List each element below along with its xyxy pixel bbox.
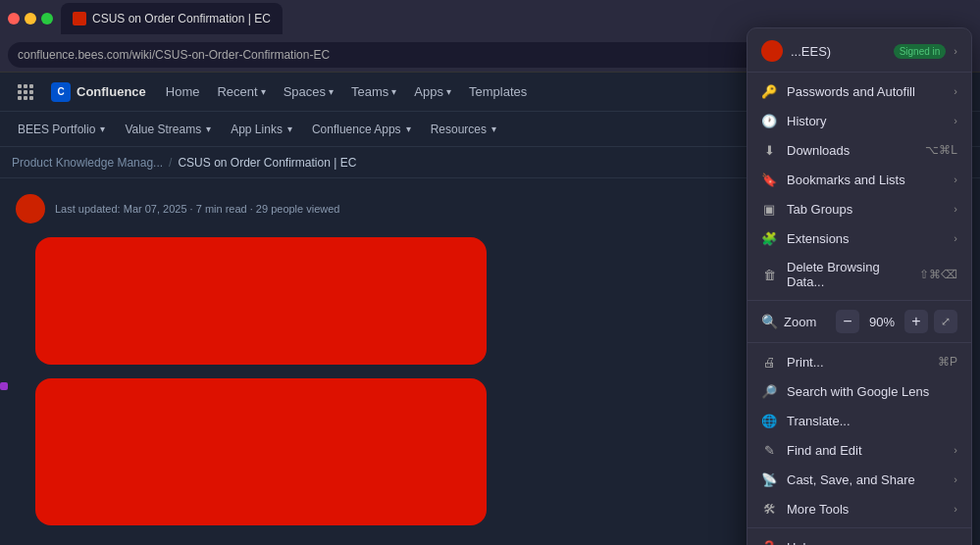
subnav-confluence-apps[interactable]: Confluence Apps ▾ [306,119,417,140]
subnav-arrow: ▾ [206,124,211,134]
author-avatar [16,194,45,223]
nav-recent[interactable]: Recent ▾ [209,80,273,103]
zoom-fullscreen-button[interactable]: ⤢ [934,310,957,333]
nav-home[interactable]: Home [158,80,208,103]
close-dot[interactable] [8,13,20,25]
menu-label-cast: Cast, Save, and Share [787,472,944,487]
minimize-dot[interactable] [25,13,36,25]
zoom-increase-button[interactable]: + [904,310,928,333]
profile-name: ...EES) [791,44,886,59]
menu-item-bookmarks[interactable]: 🔖 Bookmarks and Lists › [748,165,971,194]
breadcrumb-separator: / [169,156,172,170]
signed-in-badge: Signed in [894,44,947,59]
nav-teams[interactable]: Teams ▾ [343,80,404,103]
puzzle-icon: 🧩 [761,230,777,246]
grid-icon[interactable] [12,78,39,106]
arrow-icon-tab-groups: › [954,203,957,215]
shortcut-delete: ⇧⌘⌫ [919,268,957,281]
zoom-decrease-button[interactable]: − [836,310,859,333]
tab-favicon [73,12,86,25]
menu-item-passwords[interactable]: 🔑 Passwords and Autofill › [748,76,971,106]
block2-indicator [0,382,8,390]
breadcrumb-parent[interactable]: Product Knowledge Manag... [12,156,163,170]
grid-dot [29,96,33,100]
menu-item-print[interactable]: 🖨 Print... ⌘P [748,347,971,376]
subnav-resources[interactable]: Resources ▾ [425,119,502,140]
print-icon: 🖨 [761,354,777,370]
browser-controls [8,13,53,25]
menu-divider-2 [748,300,971,301]
menu-label-print: Print... [787,355,928,370]
menu-item-translate[interactable]: 🌐 Translate... [748,406,971,435]
subnav-arrow: ▾ [100,124,105,134]
menu-label-downloads: Downloads [787,143,915,158]
menu-profile-header[interactable]: ...EES) Signed in › [748,34,971,68]
nav-apps[interactable]: Apps ▾ [406,80,459,103]
confluence-logo[interactable]: C Confluence [51,82,146,102]
confluence-icon: C [51,82,71,102]
menu-label-more-tools: More Tools [787,502,944,517]
tabs-icon: ▣ [761,201,777,217]
subnav-arrow: ▾ [287,124,292,134]
address-text: confluence.bees.com/wiki/CSUS-on-Order-C… [18,48,330,62]
nav-recent-arrow: ▾ [261,86,266,97]
menu-label-extensions: Extensions [787,231,944,246]
menu-divider [748,72,971,73]
grid-dot [29,84,33,88]
menu-label-find-edit: Find and Edit [787,443,944,458]
nav-recent-label: Recent [217,84,257,99]
key-icon: 🔑 [761,83,777,99]
tab-label: CSUS on Order Confirmation | EC [92,12,271,25]
download-icon: ⬇ [761,142,777,158]
nav-apps-arrow: ▾ [446,86,451,97]
maximize-dot[interactable] [41,13,53,25]
grid-dot [24,96,27,100]
subnav-value-streams-label: Value Streams [125,123,201,136]
subnav-value-streams[interactable]: Value Streams ▾ [119,119,217,140]
confluence-app-name: Confluence [77,84,146,99]
subnav-app-links[interactable]: App Links ▾ [225,119,298,140]
menu-item-downloads[interactable]: ⬇ Downloads ⌥⌘L [748,135,971,165]
zoom-label: Zoom [784,315,830,329]
content-block-2-wrapper [16,378,487,525]
profile-avatar [761,40,783,62]
menu-item-more-tools[interactable]: 🛠 More Tools › [748,494,971,523]
menu-item-history[interactable]: 🕐 History › [748,106,971,135]
nav-templates[interactable]: Templates [461,80,535,103]
profile-arrow: › [954,45,957,57]
zoom-magnify-icon: 🔍 [761,314,778,329]
shortcut-print: ⌘P [938,355,957,369]
menu-item-extensions[interactable]: 🧩 Extensions › [748,223,971,253]
grid-dot [18,90,22,94]
menu-divider-4 [748,527,971,528]
menu-item-find-edit[interactable]: ✎ Find and Edit › [748,435,971,465]
zoom-value: 90% [861,315,903,329]
menu-item-delete-browsing[interactable]: 🗑 Delete Browsing Data... ⇧⌘⌫ [748,253,971,296]
nav-spaces[interactable]: Spaces ▾ [276,80,341,103]
menu-item-cast[interactable]: 📡 Cast, Save, and Share › [748,465,971,494]
arrow-icon-more-tools: › [954,503,957,515]
menu-divider-3 [748,342,971,343]
menu-label-tab-groups: Tab Groups [787,202,944,217]
subnav-bees-portfolio[interactable]: BEES Portfolio ▾ [12,119,111,140]
arrow-icon-bookmarks: › [954,173,957,185]
menu-item-search-lens[interactable]: 🔎 Search with Google Lens [748,376,971,406]
menu-label-bookmarks: Bookmarks and Lists [787,173,944,187]
grid-dot [29,90,33,94]
grid-dot [24,84,27,88]
clock-icon: 🕐 [761,113,777,128]
nav-teams-arrow: ▾ [391,86,396,97]
arrow-icon-extensions: › [954,232,957,244]
nav-spaces-label: Spaces [284,84,326,99]
active-tab[interactable]: CSUS on Order Confirmation | EC [61,3,283,34]
page-meta-text: Last updated: Mar 07, 2025 · 7 min read … [55,203,339,215]
menu-item-tab-groups[interactable]: ▣ Tab Groups › [748,194,971,223]
trash-icon: 🗑 [761,267,777,282]
grid-dot [18,84,22,88]
menu-item-help[interactable]: ❓ Help › [748,532,971,545]
cast-icon: 📡 [761,471,777,487]
breadcrumb-current: CSUS on Order Confirmation | EC [178,156,356,170]
grid-dot [24,90,27,94]
content-block-2 [35,378,487,525]
subnav-confluence-apps-label: Confluence Apps [312,123,401,136]
